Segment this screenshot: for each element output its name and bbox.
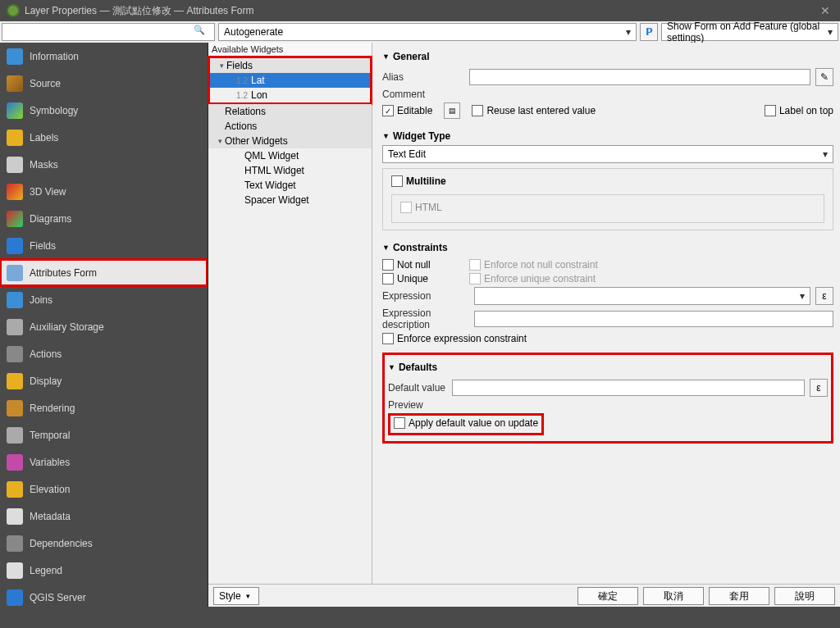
apply-on-update-checkbox[interactable]: Apply default value on update bbox=[394, 417, 538, 429]
enforce-expr-checkbox[interactable]: Enforce expression constraint bbox=[382, 333, 527, 344]
edit-alias-button[interactable]: ✎ bbox=[815, 68, 833, 86]
search-input-wrap bbox=[2, 23, 215, 41]
labelontop-checkbox[interactable]: Label on top bbox=[765, 105, 833, 116]
notnull-checkbox[interactable]: Not null bbox=[382, 259, 464, 271]
sidebar-item-qgis-server[interactable]: QGIS Server bbox=[0, 584, 208, 607]
sidebar-item-rendering[interactable]: Rendering bbox=[0, 394, 208, 421]
sidebar-item-metadata[interactable]: Metadata bbox=[0, 503, 208, 530]
section-constraints-header[interactable]: ▼Constraints bbox=[382, 239, 833, 257]
diagrams-icon bbox=[7, 211, 23, 227]
sidebar-item-temporal[interactable]: Temporal bbox=[0, 421, 208, 448]
sidebar-item-source[interactable]: Source bbox=[0, 70, 208, 97]
sidebar-item-elevation[interactable]: Elevation bbox=[0, 476, 208, 503]
tree-cat-label: Actions bbox=[225, 121, 368, 132]
symbology-icon bbox=[7, 102, 23, 119]
sidebar-item-label: 3D View bbox=[30, 186, 66, 198]
sidebar-item-3d-view[interactable]: 3D View bbox=[0, 178, 208, 205]
tree-cat-fields[interactable]: ▾ Fields bbox=[210, 58, 370, 73]
data-defined-button[interactable]: ▤ bbox=[444, 102, 460, 119]
sidebar-item-symbology[interactable]: Symbology bbox=[0, 97, 208, 124]
default-value-input[interactable] bbox=[452, 380, 805, 396]
checkbox-icon bbox=[382, 259, 394, 271]
editable-checkbox[interactable]: Editable bbox=[382, 105, 432, 116]
tree-cat-label: Other Widgets bbox=[225, 135, 368, 147]
checkbox-icon bbox=[394, 417, 405, 429]
sidebar-item-diagrams[interactable]: Diagrams bbox=[0, 205, 208, 232]
window-title: Layer Properties — 測試點位修改 — Attributes F… bbox=[25, 4, 817, 18]
alias-input[interactable] bbox=[469, 69, 810, 85]
checkbox-icon bbox=[382, 105, 394, 116]
sidebar-item-display[interactable]: Display bbox=[0, 367, 208, 394]
sidebar-item-actions[interactable]: Actions bbox=[0, 340, 208, 367]
sidebar-item-fields[interactable]: Fields bbox=[0, 232, 208, 259]
reuse-checkbox[interactable]: Reuse last entered value bbox=[472, 105, 596, 116]
expand-icon: ▾ bbox=[215, 137, 225, 145]
form-panel: ▼General Alias ✎ Comment Editable ▤ Reus… bbox=[372, 43, 840, 584]
bottom-bar: Style ▾ 確定 取消 套用 說明 bbox=[208, 584, 840, 607]
expr-desc-input[interactable] bbox=[474, 311, 833, 327]
sidebar-item-information[interactable]: Information bbox=[0, 43, 208, 70]
sidebar-item-variables[interactable]: Variables bbox=[0, 448, 208, 476]
sidebar-item-label: Elevation bbox=[30, 484, 70, 495]
expression-builder-button[interactable]: ε bbox=[815, 287, 833, 305]
tree-other-text[interactable]: Text Widget bbox=[208, 178, 372, 193]
3d-icon bbox=[7, 184, 23, 200]
tree-other-html[interactable]: HTML Widget bbox=[208, 163, 372, 178]
tree-cat-other[interactable]: ▾ Other Widgets bbox=[208, 134, 372, 148]
pencil-icon: ✎ bbox=[820, 71, 829, 83]
field-name: Lat bbox=[251, 75, 367, 86]
tree-cat-label: Fields bbox=[226, 60, 367, 71]
tree-cat-relations[interactable]: Relations bbox=[208, 104, 372, 119]
widget-type-combo[interactable]: Text Edit ▾ bbox=[382, 145, 833, 163]
temporal-icon bbox=[7, 427, 23, 444]
labels-icon bbox=[7, 130, 23, 146]
enforce-notnull-checkbox: Enforce not null constraint bbox=[469, 259, 598, 271]
section-general-header[interactable]: ▼General bbox=[382, 48, 833, 66]
sidebar-item-dependencies[interactable]: Dependencies bbox=[0, 530, 208, 557]
checkbox-icon bbox=[472, 105, 483, 116]
tree-other-qml[interactable]: QML Widget bbox=[208, 148, 372, 163]
form-mode-combo[interactable]: Autogenerate ▾ bbox=[218, 23, 637, 41]
widget-tree: Available Widgets ▾ Fields 1.2 Lat 1.2 bbox=[208, 43, 372, 584]
style-button[interactable]: Style ▾ bbox=[213, 587, 259, 605]
comment-label: Comment bbox=[382, 89, 464, 100]
joins-icon bbox=[7, 292, 23, 308]
sidebar-item-legend[interactable]: Legend bbox=[0, 557, 208, 584]
tree-cat-actions[interactable]: Actions bbox=[208, 119, 372, 134]
sidebar-item-label: QGIS Server bbox=[30, 592, 86, 603]
sidebar-item-labels[interactable]: Labels bbox=[0, 124, 208, 151]
help-button[interactable]: 說明 bbox=[774, 587, 835, 605]
unique-checkbox[interactable]: Unique bbox=[382, 273, 464, 284]
expression-combo[interactable]: ▾ bbox=[474, 287, 810, 305]
sidebar-item-joins[interactable]: Joins bbox=[0, 286, 208, 313]
sidebar-item-masks[interactable]: Masks bbox=[0, 151, 208, 178]
sidebar-item-label: Source bbox=[30, 78, 61, 89]
show-form-combo[interactable]: Show Form on Add Feature (global setting… bbox=[661, 23, 838, 41]
multiline-checkbox[interactable]: Multiline bbox=[391, 175, 446, 187]
enforce-unique-checkbox: Enforce unique constraint bbox=[469, 273, 596, 284]
close-icon[interactable]: ✕ bbox=[817, 4, 833, 17]
tree-field-lon[interactable]: 1.2 Lon bbox=[210, 88, 370, 102]
ok-button[interactable]: 確定 bbox=[578, 587, 638, 605]
info-icon bbox=[7, 48, 23, 65]
expand-icon: ▾ bbox=[217, 61, 226, 70]
checkbox-icon bbox=[469, 259, 481, 271]
defaults-highlight: ▼Defaults Default value ε Preview App bbox=[382, 353, 833, 444]
section-widget-header[interactable]: ▼Widget Type bbox=[382, 127, 833, 145]
chevron-down-icon: ▾ bbox=[623, 26, 634, 38]
sidebar-item-auxiliary-storage[interactable]: Auxiliary Storage bbox=[0, 313, 208, 340]
checkbox-icon bbox=[400, 202, 412, 213]
default-expression-button[interactable]: ε bbox=[810, 379, 828, 397]
alias-label: Alias bbox=[382, 71, 464, 83]
epsilon-icon: ε bbox=[816, 382, 820, 394]
sidebar-item-label: Variables bbox=[30, 457, 70, 468]
section-defaults-header[interactable]: ▼Defaults bbox=[388, 358, 828, 376]
attr-form-icon bbox=[7, 265, 23, 281]
sidebar-item-attributes-form[interactable]: Attributes Form bbox=[0, 259, 208, 286]
tree-other-spacer[interactable]: Spacer Widget bbox=[208, 193, 372, 207]
search-input[interactable] bbox=[2, 24, 214, 40]
tree-field-lat[interactable]: 1.2 Lat bbox=[210, 73, 370, 88]
apply-button[interactable]: 套用 bbox=[709, 587, 769, 605]
cancel-button[interactable]: 取消 bbox=[643, 587, 704, 605]
python-button[interactable]: 𝗣 bbox=[640, 23, 658, 41]
